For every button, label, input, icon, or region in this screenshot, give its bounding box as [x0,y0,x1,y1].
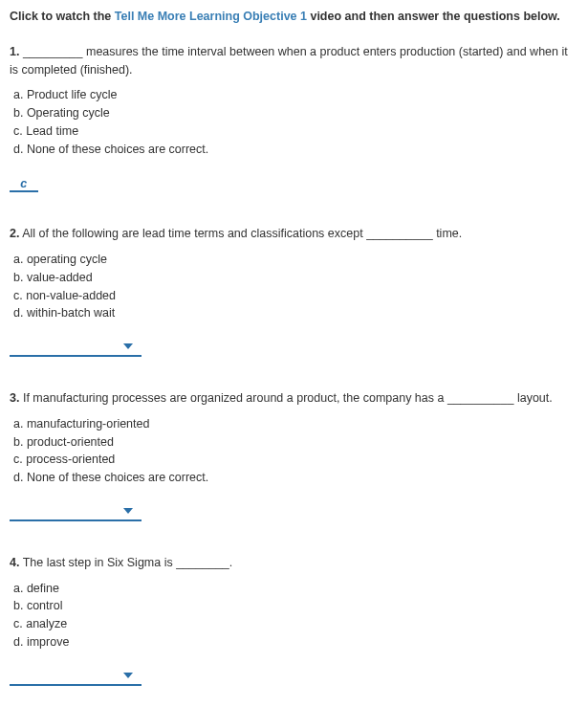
dropdown-toggle-3[interactable] [115,504,142,521]
list-item: b. Operating cycle [13,104,578,122]
list-item: b. control [13,597,578,615]
question-3-text: 3. If manufacturing processes are organi… [10,389,578,408]
question-2-after: time. [433,227,463,240]
list-item: a. Product life cycle [13,86,578,104]
list-item: d. improve [13,633,578,652]
question-2-blank: __________ [366,227,433,240]
intro-text: Click to watch the Tell Me More Learning… [10,8,578,26]
question-3-num: 3. [10,391,19,405]
list-item: b. value-added [13,269,578,287]
chevron-down-icon [123,673,133,678]
question-1-num: 1. [10,45,19,58]
answer-input-2[interactable] [10,340,115,357]
question-1-choices: a. Product life cycle b. Operating cycle… [10,86,578,158]
question-3-before: If manufacturing processes are organized… [19,391,447,405]
question-4-text: 4. The last step in Six Sigma is _______… [10,554,578,572]
list-item: c. process-oriented [13,451,578,469]
answer-row-2 [10,336,578,357]
answer-input-1[interactable]: c [10,175,38,192]
question-3-blank: __________ [447,391,514,405]
answer-input-3[interactable] [10,504,115,521]
question-4-after: . [229,556,232,569]
question-1-blank: _________ [23,45,83,58]
answer-row-1: c [10,171,578,192]
list-item: c. analyze [13,615,578,633]
question-4: 4. The last step in Six Sigma is _______… [10,554,578,686]
list-item: d. None of these choices are correct. [13,469,578,487]
question-2-num: 2. [10,227,19,240]
question-3: 3. If manufacturing processes are organi… [10,389,578,521]
question-4-blank: ________ [176,556,229,569]
intro-link[interactable]: Tell Me More Learning Objective 1 [115,10,307,23]
answer-row-3 [10,500,578,521]
dropdown-toggle-2[interactable] [115,340,142,357]
list-item: a. manufacturing-oriented [13,415,578,433]
question-2: 2. All of the following are lead time te… [10,225,578,357]
list-item: d. within-batch wait [13,304,578,322]
question-4-choices: a. define b. control c. analyze d. impro… [10,580,578,652]
question-1: 1. _________ measures the time interval … [10,43,578,193]
answer-row-4 [10,665,578,686]
answer-input-4[interactable] [10,669,115,686]
chevron-down-icon [123,343,133,349]
question-3-choices: a. manufacturing-oriented b. product-ori… [10,415,578,487]
dropdown-toggle-4[interactable] [115,669,142,686]
list-item: a. operating cycle [13,251,578,269]
intro-prefix: Click to watch the [10,10,115,23]
list-item: c. Lead time [13,122,578,141]
question-2-before: All of the following are lead time terms… [19,227,366,240]
question-1-after: measures the time interval between when … [10,45,568,77]
question-2-text: 2. All of the following are lead time te… [10,225,578,243]
question-3-after: layout. [513,391,552,405]
question-4-num: 4. [10,556,19,569]
list-item: c. non-value-added [13,287,578,305]
intro-suffix: video and then answer the questions belo… [307,10,560,23]
chevron-down-icon [123,508,133,514]
question-4-before: The last step in Six Sigma is [19,556,176,569]
list-item: d. None of these choices are correct. [13,141,578,159]
question-1-text: 1. _________ measures the time interval … [10,43,578,79]
question-2-choices: a. operating cycle b. value-added c. non… [10,251,578,322]
list-item: a. define [13,580,578,598]
list-item: b. product-oriented [13,433,578,452]
